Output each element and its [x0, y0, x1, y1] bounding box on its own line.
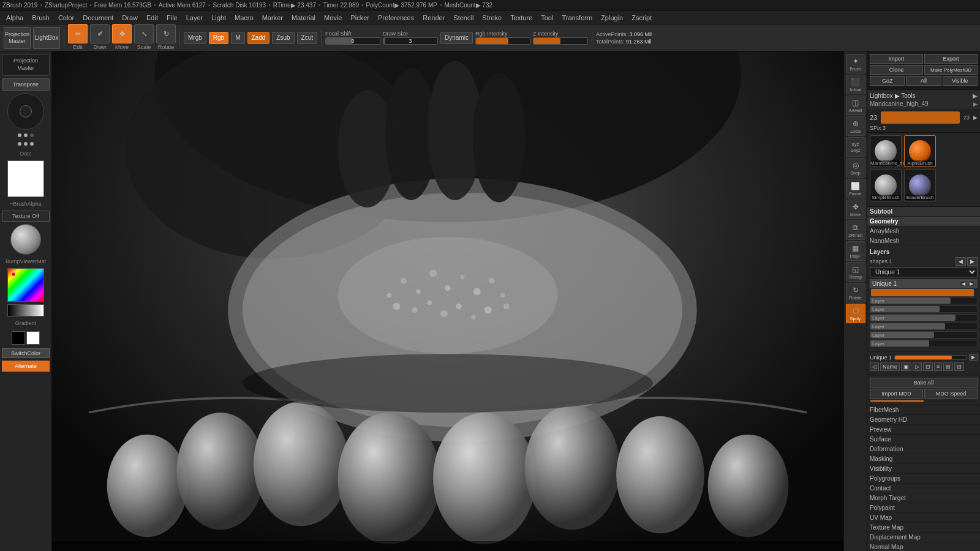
shapes-left-btn[interactable]: ◀: [956, 257, 966, 266]
ri-zremesh-btn[interactable]: ⧉ ZRmsh: [846, 220, 865, 240]
fibermesh-item[interactable]: FiberMesh: [867, 405, 980, 415]
focal-shift-slider[interactable]: 0: [325, 37, 380, 45]
menu-texture[interactable]: Texture: [507, 13, 536, 23]
menu-draw[interactable]: Draw: [118, 13, 141, 23]
menu-picker[interactable]: Picker: [347, 13, 373, 23]
menu-movie[interactable]: Movie: [320, 13, 345, 23]
layer-icon-4[interactable]: ▷: [913, 362, 922, 371]
geometry-hd-item[interactable]: Geometry HD: [867, 415, 980, 425]
draw-icon[interactable]: ✐: [90, 24, 110, 43]
menu-transform[interactable]: Transform: [558, 13, 596, 23]
brush-alpha-preview[interactable]: [7, 160, 44, 197]
menu-stencil[interactable]: Stencil: [450, 13, 477, 23]
menu-zplugin[interactable]: Zplugin: [597, 13, 627, 23]
menu-zscript[interactable]: Zscript: [628, 13, 655, 23]
zcut-btn[interactable]: Zcut: [297, 32, 317, 44]
m-btn[interactable]: M: [231, 32, 244, 44]
scale-group[interactable]: ⤡ Scale: [134, 24, 154, 51]
rgb-intensity-slider[interactable]: [475, 37, 530, 45]
ri-spoly-btn[interactable]: ⬡ Spoly: [846, 304, 865, 323]
compass[interactable]: [7, 93, 44, 130]
u1-left[interactable]: ◀: [960, 280, 967, 287]
zsub-btn[interactable]: Zsub: [272, 32, 294, 44]
lightbox-btn[interactable]: Transpose: [2, 78, 50, 91]
polygroups-item[interactable]: Polygroups: [867, 474, 980, 484]
layer-icon-name[interactable]: Name: [880, 362, 900, 371]
goz-all-btn[interactable]: All: [906, 76, 941, 86]
unique-dropdown[interactable]: Unique 1: [870, 267, 978, 277]
polypaint-item[interactable]: Polypaint: [867, 503, 980, 513]
brush-thumb-4[interactable]: EraserBrush: [904, 170, 936, 201]
material-ball[interactable]: [10, 224, 41, 255]
rotate-group[interactable]: ↻ Rotate: [156, 24, 176, 51]
menu-alpha[interactable]: Alpha: [2, 13, 27, 23]
bake-all-btn[interactable]: Bake All: [870, 378, 978, 388]
color-picker[interactable]: [7, 268, 44, 302]
preview-item[interactable]: Preview: [867, 425, 980, 435]
expand-arrow[interactable]: ▶: [973, 92, 978, 99]
texture-off-btn[interactable]: Texture Off: [2, 211, 50, 222]
menu-brush[interactable]: Brush: [28, 13, 53, 23]
swatch-black[interactable]: [12, 331, 25, 345]
move-icon[interactable]: ✥: [112, 24, 132, 43]
menu-stroke[interactable]: Stroke: [478, 13, 505, 23]
uv-map-item[interactable]: UV Map: [867, 513, 980, 523]
surface-item[interactable]: Surface: [867, 435, 980, 444]
ri-brush-btn[interactable]: ✦ Brush: [846, 54, 865, 73]
masking-item[interactable]: Masking: [867, 454, 980, 464]
layer-icon-1[interactable]: ◁: [870, 362, 879, 371]
menu-tool[interactable]: Tool: [537, 13, 557, 23]
menu-document[interactable]: Document: [79, 13, 117, 23]
deformation-item[interactable]: Deformation: [867, 444, 980, 454]
ri-frame-btn[interactable]: ⬜ Frame: [846, 179, 865, 198]
brush-thumb-2[interactable]: AlphaBrush: [904, 135, 936, 167]
switch-color-btn[interactable]: SwitchColor: [2, 348, 50, 358]
edit-group[interactable]: ✏ Edit: [68, 24, 88, 51]
draw-size-control[interactable]: Draw Size 3: [383, 31, 438, 45]
menu-layer[interactable]: Layer: [183, 13, 207, 23]
menu-file[interactable]: File: [163, 13, 181, 23]
menu-material[interactable]: Material: [288, 13, 319, 23]
projection-master-btn[interactable]: ProjectionMaster: [2, 54, 50, 76]
layer-icon-7[interactable]: ⊞: [943, 362, 953, 371]
z-intensity-control[interactable]: Z Intensity: [533, 31, 588, 45]
menu-marker[interactable]: Marker: [258, 13, 287, 23]
menu-light[interactable]: Light: [208, 13, 230, 23]
layer-icon-3[interactable]: ▣: [901, 362, 911, 371]
canvas-bg[interactable]: [52, 51, 843, 551]
menu-color[interactable]: Color: [55, 13, 78, 23]
ri-gxyz-btn[interactable]: xyz Gxyz: [846, 137, 865, 157]
menu-edit[interactable]: Edit: [143, 13, 162, 23]
ri-move-btn[interactable]: ✥ Move: [846, 200, 865, 219]
draw-group[interactable]: ✐ Draw: [90, 24, 110, 51]
ri-local-btn[interactable]: ⊕ Local: [846, 116, 865, 136]
scale-icon[interactable]: ⤡: [134, 24, 154, 43]
mrgb-btn[interactable]: Mrgb: [184, 32, 206, 44]
brush-thumb-3[interactable]: SimpleBrush: [870, 170, 902, 201]
texture-map-item[interactable]: Texture Map: [867, 523, 980, 533]
swatch-white[interactable]: [26, 331, 40, 345]
menu-macro[interactable]: Macro: [231, 13, 257, 23]
menu-render[interactable]: Render: [419, 13, 448, 23]
rotate-icon[interactable]: ↻: [156, 24, 176, 43]
alternate-btn[interactable]: Alternate: [2, 361, 50, 372]
ri-aahalf-btn[interactable]: ◫ AAHalf: [846, 96, 865, 115]
visibility-item[interactable]: Visibility: [867, 464, 980, 474]
z-intensity-slider[interactable]: [533, 37, 588, 45]
morph-target-item[interactable]: Morph Target: [867, 493, 980, 503]
displacement-map-item[interactable]: Displacement Map: [867, 533, 980, 542]
nanomesh-item[interactable]: NanoMesh: [867, 236, 980, 246]
draw-size-slider[interactable]: 3: [383, 37, 438, 45]
clone-btn[interactable]: Clone: [870, 65, 923, 75]
layer-icon-6[interactable]: ≡: [934, 362, 942, 371]
goz-btn[interactable]: GoZ: [870, 76, 905, 86]
brush-thumb-1[interactable]: Mandcanine_hig: [870, 135, 902, 167]
ri-polyf-btn[interactable]: ▦ PolyF: [846, 241, 865, 261]
layer-icon-8[interactable]: ⊟: [954, 362, 964, 371]
mdd-speed-btn[interactable]: MDO Speed: [924, 389, 978, 399]
ri-snap-btn[interactable]: ◎ Snap: [846, 158, 865, 178]
dynamic-btn[interactable]: Dynamic: [440, 32, 473, 44]
u1-expand[interactable]: ▶: [969, 354, 978, 361]
import-mdd-btn[interactable]: Import MDD: [870, 389, 923, 399]
canvas-area[interactable]: [52, 51, 843, 551]
